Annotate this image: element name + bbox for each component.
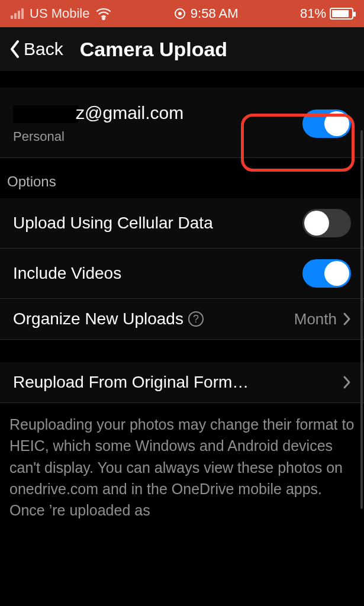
status-bar: US Mobile 9:58 AM 81%	[0, 0, 364, 27]
chevron-right-icon	[343, 375, 351, 389]
cellular-label: Upload Using Cellular Data	[13, 214, 213, 233]
help-icon[interactable]: ?	[188, 311, 204, 327]
carrier-label: US Mobile	[30, 6, 89, 21]
redacted-block	[13, 105, 78, 123]
scrollbar[interactable]	[360, 130, 363, 509]
svg-point-0	[103, 17, 105, 19]
chevron-right-icon	[343, 312, 351, 326]
organize-row[interactable]: Organize New Uploads ? Month	[0, 299, 364, 340]
account-email: z@gmail.com	[13, 103, 183, 123]
cellular-row[interactable]: Upload Using Cellular Data	[0, 198, 364, 249]
videos-row[interactable]: Include Videos	[0, 249, 364, 299]
organize-value: Month	[294, 310, 337, 328]
nav-header: Back Camera Upload	[0, 27, 364, 71]
svg-point-2	[178, 12, 182, 15]
page-title: Camera Upload	[80, 38, 227, 61]
status-center: 9:58 AM	[112, 6, 299, 21]
chevron-left-icon	[9, 40, 20, 58]
account-type-label: Personal	[13, 129, 183, 144]
videos-toggle[interactable]	[302, 259, 351, 288]
account-row: z@gmail.com Personal	[0, 88, 364, 158]
signal-icon	[11, 8, 24, 19]
status-right: 81%	[300, 6, 353, 21]
clock-label: 9:58 AM	[191, 6, 239, 21]
cellular-toggle[interactable]	[302, 209, 351, 237]
footer-description: Reuploading your photos may change their…	[0, 403, 364, 521]
organize-label: Organize New Uploads	[13, 310, 183, 328]
back-label: Back	[24, 39, 63, 59]
videos-label: Include Videos	[13, 264, 121, 283]
account-email-suffix: z@gmail.com	[76, 103, 183, 123]
account-toggle[interactable]	[302, 109, 351, 138]
recording-icon	[174, 8, 186, 20]
wifi-icon	[95, 7, 112, 20]
back-button[interactable]: Back	[4, 36, 69, 63]
battery-icon	[330, 8, 353, 20]
status-left: US Mobile	[11, 6, 112, 21]
battery-pct-label: 81%	[300, 6, 326, 21]
reupload-row[interactable]: Reupload From Original Form…	[0, 362, 364, 403]
reupload-label: Reupload From Original Form…	[13, 373, 249, 392]
options-section-header: Options	[0, 158, 364, 198]
